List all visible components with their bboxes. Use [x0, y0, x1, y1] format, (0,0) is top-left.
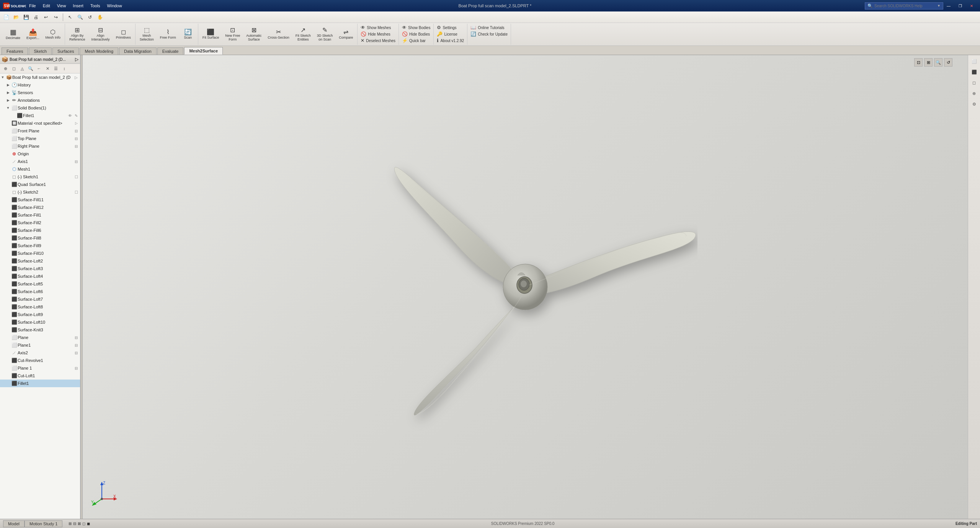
tab-data-migration[interactable]: Data Migration [119, 47, 157, 55]
hide-meshes-button[interactable]: 🚫 Hide Meshes [359, 31, 397, 37]
menu-edit[interactable]: Edit [40, 3, 53, 9]
fit-surface-button[interactable]: ⬛ Fit Surface [200, 28, 222, 41]
tree-item-sl5[interactable]: ⬛ Surface-Loft5 [0, 280, 80, 288]
root-config-icon[interactable]: ▷ [73, 74, 79, 80]
view-normal-icon[interactable]: ⊡ [914, 58, 923, 67]
tree-item-sl10[interactable]: ⬛ Surface-Loft10 [0, 318, 80, 326]
tree-tool-add[interactable]: ⊕ [2, 65, 9, 72]
menu-insert[interactable]: Insert [70, 3, 87, 9]
minimize-button[interactable]: — [943, 2, 954, 10]
tree-item-plane[interactable]: ⬜ Plane ⊟ [0, 334, 80, 341]
tab-mesh-modeling[interactable]: Mesh Modeling [80, 47, 118, 55]
status-icon-3[interactable]: ⊠ [78, 521, 81, 526]
tree-item-sf11[interactable]: ⬛ Surface-Fill11 [0, 196, 80, 204]
tree-tool-menu[interactable]: ☰ [52, 65, 60, 72]
primitives-button[interactable]: ◻ Primitives [113, 28, 134, 41]
status-icon-1[interactable]: ⊞ [69, 521, 72, 526]
check-update-button[interactable]: 🔄 Check for Update [469, 31, 509, 37]
undo-button[interactable]: ↩ [41, 13, 51, 22]
status-tab-motion[interactable]: Motion Study 1 [24, 520, 62, 527]
menu-window[interactable]: Window [104, 3, 125, 9]
show-meshes-button[interactable]: 👁 Show Meshes [359, 24, 397, 31]
plane-vis-icon[interactable]: ⊟ [73, 334, 79, 341]
view-rotate-icon[interactable]: ↺ [944, 58, 952, 67]
top-plane-vis-icon[interactable]: ⊟ [73, 135, 79, 142]
new-file-button[interactable]: 📄 [2, 13, 11, 22]
tree-item-sl2[interactable]: ⬛ Surface-Loft2 [0, 257, 80, 265]
tree-item-quad-surface1[interactable]: ⬛ Quad Surface1 [0, 181, 80, 188]
align-interactive-button[interactable]: ⊟ AlignInteractively [89, 26, 113, 43]
zoom-button[interactable]: 🔍 [75, 13, 85, 22]
tree-item-fillet1-body[interactable]: ⬛ Fillet1 👁 ✎ [0, 112, 80, 119]
tree-item-cut-revolve1[interactable]: ⬛ Cut-Revolve1 [0, 357, 80, 364]
tree-item-material[interactable]: 🔲 Material <not specified> ▷ [0, 119, 80, 127]
tree-item-sl7[interactable]: ⬛ Surface-Loft7 [0, 295, 80, 303]
tree-item-sf9[interactable]: ⬛ Surface-Fill9 [0, 242, 80, 249]
align-reference-button[interactable]: ⊞ Align ByReference [67, 26, 88, 43]
show-bodies-button[interactable]: 👁 Show Bodies [400, 24, 432, 31]
sketch2-check-icon[interactable]: ☐ [73, 189, 79, 195]
tree-item-top-plane[interactable]: ⬜ Top Plane ⊟ [0, 135, 80, 142]
tree-item-axis2[interactable]: ⟋ Axis2 ⊟ [0, 349, 80, 357]
about-button[interactable]: ℹ About v1.2.92 [435, 37, 466, 44]
rotate-button[interactable]: ↺ [85, 13, 95, 22]
tree-tool-close[interactable]: ✕ [44, 65, 51, 72]
status-icon-4[interactable]: ◻ [82, 521, 85, 526]
tab-mesh2surface[interactable]: Mesh2Surface [184, 47, 223, 55]
compare-button[interactable]: ⇌ Compare [336, 28, 356, 41]
tree-item-sf8[interactable]: ⬛ Surface-Fill8 [0, 234, 80, 242]
tree-tool-tri[interactable]: ◬ [18, 65, 26, 72]
tree-item-right-plane[interactable]: ⬜ Right Plane ⊟ [0, 142, 80, 150]
tree-tool-back[interactable]: ← [35, 65, 43, 72]
hide-bodies-button[interactable]: 🚫 Hide Bodies [400, 31, 432, 37]
deselect-meshes-button[interactable]: ✕ Deselect Meshes [359, 37, 397, 44]
axis2-vis-icon[interactable]: ⊟ [73, 350, 79, 356]
cross-section-button[interactable]: ✂ Cross-Section [265, 28, 292, 41]
tree-item-mesh1[interactable]: ⬡ Mesh1 [0, 165, 80, 173]
export-button[interactable]: 📤 Export... [24, 28, 42, 41]
right-panel-btn-3[interactable]: ◻ [970, 78, 979, 87]
status-tab-model[interactable]: Model [3, 520, 24, 527]
tab-evaluate[interactable]: Evaluate [157, 47, 184, 55]
auto-surface-button[interactable]: ⊠ AutomaticSurface [243, 26, 264, 43]
status-icon-2[interactable]: ⊟ [73, 521, 76, 526]
tab-sketch[interactable]: Sketch [29, 47, 52, 55]
select-button[interactable]: ↖ [65, 13, 75, 22]
tree-item-history[interactable]: ▶ 🕐 History [0, 81, 80, 89]
scan-button[interactable]: 🔄 Scan [180, 28, 196, 41]
tree-item-cut-loft1[interactable]: ⬛ Cut-Loft1 [0, 372, 80, 380]
front-plane-vis-icon[interactable]: ⊟ [73, 128, 79, 134]
tree-tool-search[interactable]: 🔍 [27, 65, 34, 72]
tree-item-sensors[interactable]: ▶ 📡 Sensors [0, 89, 80, 96]
tree-item-origin[interactable]: ⊕ Origin [0, 150, 80, 158]
redo-button[interactable]: ↪ [51, 13, 60, 22]
plane1-vis-icon[interactable]: ⊟ [73, 342, 79, 348]
close-button[interactable]: ✕ [966, 2, 977, 10]
license-button[interactable]: 🔑 License [435, 31, 466, 37]
tree-item-sf12[interactable]: ⬛ Surface-Fill12 [0, 204, 80, 211]
tree-item-annotations[interactable]: ▶ ✏ Annotations [0, 96, 80, 104]
tree-item-axis1[interactable]: ⟋ Axis1 ⊟ [0, 158, 80, 165]
3d-viewport[interactable]: Z X Y ⊡ ⊞ 🔍 ↺ [83, 55, 968, 519]
tree-item-sl4[interactable]: ⬛ Surface-Loft4 [0, 272, 80, 280]
tree-item-fillet1-final[interactable]: ⬛ Fillet1 [0, 380, 80, 387]
sketch1-check-icon[interactable]: ☐ [73, 174, 79, 180]
tutorials-button[interactable]: 📖 Online Tutorials [469, 24, 509, 31]
open-button[interactable]: 📂 [11, 13, 21, 22]
fillet1-eye-icon[interactable]: 👁 [67, 112, 73, 119]
plane-1-vis-icon[interactable]: ⊟ [73, 365, 79, 371]
menu-tools[interactable]: Tools [87, 3, 103, 9]
right-panel-btn-4[interactable]: ⊕ [970, 89, 979, 98]
settings-button[interactable]: ⚙ Settings [435, 24, 466, 31]
view-zoom-icon[interactable]: 🔍 [934, 58, 942, 67]
tree-item-sl8[interactable]: ⬛ Surface-Loft8 [0, 303, 80, 311]
tree-item-sl9[interactable]: ⬛ Surface-Loft9 [0, 311, 80, 318]
free-form-button[interactable]: ⌇ Free Form [157, 28, 179, 41]
tree-item-root[interactable]: ▼ 📦 Boat Prop full scan model_2 (D ▷ [0, 73, 80, 81]
right-panel-btn-5[interactable]: ⚙ [970, 99, 979, 109]
tab-surfaces[interactable]: Surfaces [52, 47, 79, 55]
search-box[interactable]: 🔍 ▼ [865, 2, 943, 10]
axis1-vis-icon[interactable]: ⊟ [73, 158, 79, 165]
decimate-button[interactable]: ▦ Decimate [3, 28, 23, 41]
quick-bar-button[interactable]: ⚡ Quick bar [400, 37, 432, 44]
